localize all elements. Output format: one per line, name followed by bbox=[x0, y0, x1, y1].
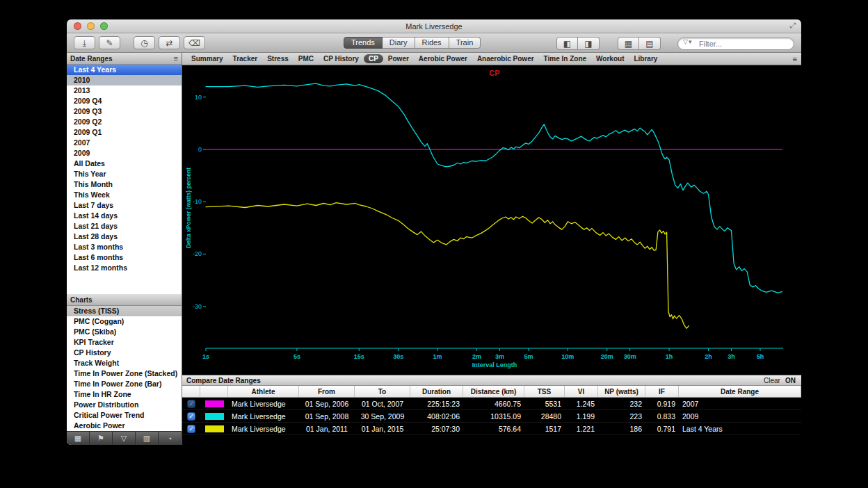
tile-view-button[interactable]: ▤ bbox=[639, 37, 661, 50]
svg-text:0: 0 bbox=[198, 146, 202, 153]
row-checkbox[interactable]: ✓ bbox=[187, 425, 195, 433]
row-checkbox[interactable]: ✓ bbox=[187, 400, 195, 408]
sidebar-list-item[interactable]: Aerobic Power bbox=[67, 421, 182, 431]
fullscreen-icon[interactable]: ⤢ bbox=[789, 21, 796, 30]
sidebar-list-item[interactable]: 2010 bbox=[67, 75, 182, 86]
tabbar-menu-icon[interactable]: ≡ bbox=[793, 55, 797, 63]
view-tab[interactable]: Diary bbox=[383, 37, 415, 49]
clear-button[interactable]: Clear bbox=[764, 377, 781, 384]
sidebar-list-item[interactable]: 2009 bbox=[67, 148, 182, 158]
column-header[interactable]: Duration bbox=[410, 386, 463, 397]
sidebar-list-item[interactable]: PMC (Skiba) bbox=[67, 327, 182, 337]
column-header[interactable]: IF bbox=[645, 386, 679, 397]
stopwatch-button[interactable]: ◷ bbox=[134, 36, 155, 49]
chart-icon[interactable]: ▥ bbox=[136, 432, 159, 445]
chart-tab[interactable]: Aerobic Power bbox=[414, 54, 472, 63]
filter-icon[interactable]: ▽ bbox=[113, 432, 136, 445]
chart-tab[interactable]: Library bbox=[629, 54, 662, 63]
clock-icon[interactable]: ◔ bbox=[159, 432, 182, 445]
sidebar-list-item[interactable]: 2009 Q4 bbox=[67, 96, 182, 106]
sidebar-list-item[interactable]: Last 21 days bbox=[67, 221, 182, 231]
chart-tab[interactable]: Workout bbox=[591, 54, 629, 63]
cell-vi: 1.245 bbox=[565, 398, 598, 409]
chart-tabbar: SummaryTrackerStressPMCCP HistoryCPPower… bbox=[182, 53, 801, 65]
cell-from: 01 Sep, 2008 bbox=[299, 410, 355, 422]
sidebar-list-item[interactable]: Power Distribution bbox=[67, 400, 182, 410]
sidebar-list-item[interactable]: Time In HR Zone bbox=[67, 389, 182, 400]
sidebar-list-item[interactable]: Critical Power Trend bbox=[67, 410, 182, 421]
sidebar-list-item[interactable]: 2007 bbox=[67, 138, 182, 148]
chart-tab[interactable]: Summary bbox=[186, 54, 228, 63]
bookmark-icon[interactable]: ⚑ bbox=[90, 432, 113, 445]
column-header[interactable] bbox=[182, 386, 200, 397]
sidebar-list-item[interactable]: Last 14 days bbox=[67, 211, 182, 221]
edit-button[interactable]: ✎ bbox=[99, 36, 120, 49]
sidebar-list-item[interactable]: Last 4 Years bbox=[67, 65, 182, 75]
sidebar-list-item[interactable]: Track Weight bbox=[67, 358, 182, 368]
column-header[interactable]: Distance (km) bbox=[463, 386, 524, 397]
chart-tab[interactable]: CP History bbox=[319, 54, 364, 63]
sidebar-list-item[interactable]: Last 12 months bbox=[67, 263, 182, 273]
svg-text:20m: 20m bbox=[601, 353, 613, 360]
sidebar-list-item[interactable]: All Dates bbox=[67, 158, 182, 169]
table-row[interactable]: ✓ Mark Liversedge 01 Jan, 2011 01 Jan, 2… bbox=[182, 423, 801, 435]
table-row[interactable]: ✓ Mark Liversedge 01 Sep, 2006 01 Oct, 2… bbox=[182, 398, 801, 410]
sidebar-list-item[interactable]: Last 28 days bbox=[67, 231, 182, 242]
sidebar-bottom-icon: ◨ bbox=[584, 39, 592, 49]
toggle-bottombar-button[interactable]: ◨ bbox=[578, 37, 600, 50]
calendar-icon[interactable]: ▦ bbox=[67, 432, 90, 445]
sidebar-list-item[interactable]: This Week bbox=[67, 190, 182, 200]
filter-input[interactable] bbox=[677, 38, 794, 50]
minimize-window-button[interactable] bbox=[87, 22, 95, 30]
sidebar-list-item[interactable]: PMC (Coggan) bbox=[67, 316, 182, 327]
sidebar-list-item[interactable]: 2009 Q1 bbox=[67, 127, 182, 138]
view-tab[interactable]: Train bbox=[449, 37, 481, 49]
column-header[interactable] bbox=[200, 386, 228, 397]
chart-tab[interactable]: PMC bbox=[294, 54, 319, 63]
zoom-window-button[interactable] bbox=[100, 22, 108, 30]
cell-distance: 576.64 bbox=[463, 423, 524, 434]
toggle-sidebar-button[interactable]: ◧ bbox=[556, 37, 578, 50]
svg-text:-20: -20 bbox=[193, 250, 202, 257]
sidebar-list-item[interactable]: Last 7 days bbox=[67, 200, 182, 211]
sidebar-list-item[interactable]: Time In Power Zone (Stacked) bbox=[67, 368, 182, 379]
row-checkbox[interactable]: ✓ bbox=[187, 412, 195, 421]
chart-tab[interactable]: Stress bbox=[262, 54, 294, 63]
chart-tab[interactable]: CP bbox=[364, 54, 383, 63]
column-header[interactable]: NP (watts) bbox=[598, 386, 645, 397]
column-header[interactable]: VI bbox=[565, 386, 598, 397]
sidebar-list-item[interactable]: 2009 Q2 bbox=[67, 117, 182, 127]
chart-tab[interactable]: Power bbox=[383, 54, 414, 63]
column-header[interactable]: Athlete bbox=[228, 386, 299, 397]
sidebar-list-item[interactable]: CP History bbox=[67, 348, 182, 358]
chart-tab[interactable]: Time In Zone bbox=[539, 54, 592, 63]
chart-tab[interactable]: Anaerobic Power bbox=[472, 54, 539, 63]
window-title: Mark Liversedge bbox=[405, 22, 462, 31]
close-window-button[interactable] bbox=[74, 22, 81, 30]
date-ranges-menu-icon[interactable]: ≡ bbox=[174, 54, 178, 63]
sidebar-list-item[interactable]: KPI Tracker bbox=[67, 337, 182, 348]
intervals-button[interactable]: ⇄ bbox=[159, 36, 180, 49]
sidebar-list-item[interactable]: This Month bbox=[67, 179, 182, 190]
column-header[interactable]: Date Range bbox=[679, 386, 801, 397]
trash-button[interactable]: ⌫ bbox=[184, 36, 205, 49]
table-row[interactable]: ✓ Mark Liversedge 01 Sep, 2008 30 Sep, 2… bbox=[182, 410, 801, 423]
view-tab[interactable]: Rides bbox=[415, 37, 449, 49]
grid-view-button[interactable]: ▦ bbox=[618, 37, 639, 50]
sidebar-list-item[interactable]: 2013 bbox=[67, 86, 182, 96]
sidebar-list-item[interactable]: Last 6 months bbox=[67, 252, 182, 263]
sidebar-list-item[interactable]: 2009 Q3 bbox=[67, 106, 182, 117]
sidebar-list-item[interactable]: Last 3 months bbox=[67, 242, 182, 252]
column-header[interactable]: From bbox=[299, 386, 355, 397]
sidebar-list-item[interactable]: This Year bbox=[67, 169, 182, 179]
chart-tab[interactable]: Tracker bbox=[228, 54, 263, 63]
column-header[interactable]: To bbox=[355, 386, 410, 397]
view-tab[interactable]: Trends bbox=[344, 37, 383, 49]
sidebar-list-item[interactable]: Stress (TISS) bbox=[67, 306, 182, 316]
sidebar-list-item[interactable]: Time In Power Zone (Bar) bbox=[67, 379, 182, 389]
save-button[interactable]: ⤓ bbox=[74, 36, 95, 49]
funnel-icon[interactable]: ▽▾ bbox=[683, 38, 692, 45]
column-header[interactable]: TSS bbox=[524, 386, 565, 397]
on-button[interactable]: ON bbox=[785, 377, 796, 384]
cp-chart[interactable]: CP Delta xPower (watts) percent 1s5s15s3… bbox=[182, 65, 801, 375]
